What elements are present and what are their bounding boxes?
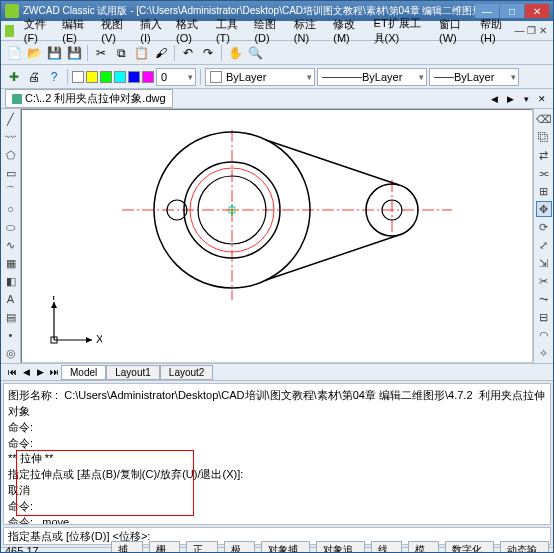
spline-tool[interactable]: ∿ (3, 237, 19, 253)
color-white[interactable] (72, 71, 84, 83)
zoom-button[interactable]: 🔍 (246, 44, 264, 62)
menu-bar: 文件(F) 编辑(E) 视图(V) 插入(I) 格式(O) 工具(T) 绘图(D… (1, 21, 553, 41)
ellipse-tool[interactable]: ⬭ (3, 219, 19, 235)
break-tool[interactable]: ⊟ (536, 309, 552, 325)
tab-next-button[interactable]: ▶ (503, 92, 517, 106)
ucs-icon: X Y (48, 296, 102, 350)
tab-model[interactable]: Model (61, 365, 106, 380)
osnap-toggle[interactable]: 对象捕捉 (261, 541, 310, 554)
circle-tool[interactable]: ○ (3, 201, 19, 217)
cmd-line-5: 取消 (8, 484, 30, 496)
tab-last-button[interactable]: ⏭ (47, 365, 61, 379)
menu-tools[interactable]: 工具(T) (210, 15, 249, 46)
tab-layout2[interactable]: Layout2 (160, 365, 214, 380)
tab-list-button[interactable]: ▾ (519, 92, 533, 106)
copy-button[interactable]: ⧉ (112, 44, 130, 62)
color-blue[interactable] (128, 71, 140, 83)
menu-view[interactable]: 视图(V) (95, 15, 134, 46)
tab-close-button[interactable]: ✕ (535, 92, 549, 106)
svg-marker-18 (51, 302, 57, 308)
tab-layout1[interactable]: Layout1 (106, 365, 160, 380)
redo-button[interactable]: ↷ (199, 44, 217, 62)
pan-button[interactable]: ✋ (226, 44, 244, 62)
explode-tool[interactable]: ✧ (536, 345, 552, 361)
undo-button[interactable]: ↶ (179, 44, 197, 62)
line-tool[interactable]: ╱ (3, 111, 19, 127)
mdi-restore-button[interactable]: ❐ (525, 24, 537, 38)
scale-tool[interactable]: ⤢ (536, 237, 552, 253)
color-cyan[interactable] (114, 71, 126, 83)
arc-tool[interactable]: ⌒ (3, 183, 19, 199)
tab-prevl-button[interactable]: ◀ (19, 365, 33, 379)
array-tool[interactable]: ⊞ (536, 183, 552, 199)
rotate-tool[interactable]: ⟳ (536, 219, 552, 235)
lweight-toggle[interactable]: 线宽 (371, 541, 402, 554)
model-toggle[interactable]: 模型 (408, 541, 439, 554)
erase-tool[interactable]: ⌫ (536, 111, 552, 127)
menu-draw[interactable]: 绘图(D) (248, 15, 287, 46)
color-magenta[interactable] (142, 71, 154, 83)
tab-first-button[interactable]: ⏮ (5, 365, 19, 379)
mirror-tool[interactable]: ⇄ (536, 147, 552, 163)
menu-format[interactable]: 格式(O) (170, 15, 210, 46)
cut-button[interactable]: ✂ (92, 44, 110, 62)
extend-tool[interactable]: ⤳ (536, 291, 552, 307)
linetype-combo[interactable]: ———— ByLayer (317, 68, 427, 86)
open-button[interactable]: 📂 (25, 44, 43, 62)
ortho-toggle[interactable]: 正交 (186, 541, 217, 554)
menu-window[interactable]: 窗口(W) (433, 15, 474, 46)
menu-edit[interactable]: 编辑(E) (56, 15, 95, 46)
menu-modify[interactable]: 修改(M) (327, 15, 367, 46)
help-button[interactable]: ? (45, 68, 63, 86)
save-button[interactable]: 💾 (45, 44, 63, 62)
drawing-canvas[interactable]: X Y (21, 109, 533, 363)
hatch-tool[interactable]: ▦ (3, 255, 19, 271)
grid-toggle[interactable]: 栅格 (149, 541, 180, 554)
menu-help[interactable]: 帮助(H) (474, 15, 513, 46)
polar-toggle[interactable]: 极轴 (224, 541, 255, 554)
point-tool[interactable]: • (3, 327, 19, 343)
fillet-tool[interactable]: ◠ (536, 327, 552, 343)
menu-et[interactable]: ET扩展工具(X) (368, 14, 433, 48)
close-button[interactable]: ✕ (525, 4, 549, 18)
aux-toolbar: ✚ 🖨 ? 0 ByLayer ———— ByLayer —— ByLayer (1, 65, 553, 89)
saveas-button[interactable]: 💾 (65, 44, 83, 62)
move-tool[interactable]: ✥ (536, 201, 552, 217)
dyninput-toggle[interactable]: 动态输入 (500, 541, 549, 554)
rect-tool[interactable]: ▭ (3, 165, 19, 181)
new-button[interactable]: 📄 (5, 44, 23, 62)
menu-insert[interactable]: 插入(I) (134, 15, 170, 46)
color-combo[interactable]: ByLayer (205, 68, 315, 86)
cmd-line-0: 图形名称 : C:\Users\Administrator\Desktop\CA… (8, 389, 545, 417)
match-button[interactable]: 🖌 (152, 44, 170, 62)
paste-button[interactable]: 📋 (132, 44, 150, 62)
polygon-tool[interactable]: ⬠ (3, 147, 19, 163)
lineweight-combo[interactable]: —— ByLayer (429, 68, 519, 86)
donut-tool[interactable]: ◎ (3, 345, 19, 361)
mdi-minimize-button[interactable]: — (514, 24, 526, 38)
offset-tool[interactable]: ⫘ (536, 165, 552, 181)
print-button[interactable]: 🖨 (25, 68, 43, 86)
table-tool[interactable]: ▤ (3, 309, 19, 325)
color-yellow[interactable] (86, 71, 98, 83)
menu-dim[interactable]: 标注(N) (288, 15, 327, 46)
tablet-toggle[interactable]: 数字化仪 (445, 541, 494, 554)
file-tab[interactable]: C:\..2 利用夹点拉伸对象.dwg (5, 89, 173, 108)
region-tool[interactable]: ◧ (3, 273, 19, 289)
text-tool[interactable]: A (3, 291, 19, 307)
menu-file[interactable]: 文件(F) (18, 15, 57, 46)
color-green[interactable] (100, 71, 112, 83)
zwplus-icon[interactable]: ✚ (5, 68, 23, 86)
tab-nextl-button[interactable]: ▶ (33, 365, 47, 379)
pline-tool[interactable]: 〰 (3, 129, 19, 145)
stretch-tool[interactable]: ⇲ (536, 255, 552, 271)
trim-tool[interactable]: ✂ (536, 273, 552, 289)
copy-tool[interactable]: ⿻ (536, 129, 552, 145)
mdi-close-button[interactable]: ✕ (537, 24, 549, 38)
command-history[interactable]: 图形名称 : C:\Users\Administrator\Desktop\CA… (3, 383, 551, 525)
drawing-content (122, 130, 452, 310)
otrack-toggle[interactable]: 对象追踪 (316, 541, 365, 554)
layer-combo[interactable]: 0 (156, 68, 196, 86)
tab-prev-button[interactable]: ◀ (487, 92, 501, 106)
snap-toggle[interactable]: 捕捉 (111, 541, 142, 554)
